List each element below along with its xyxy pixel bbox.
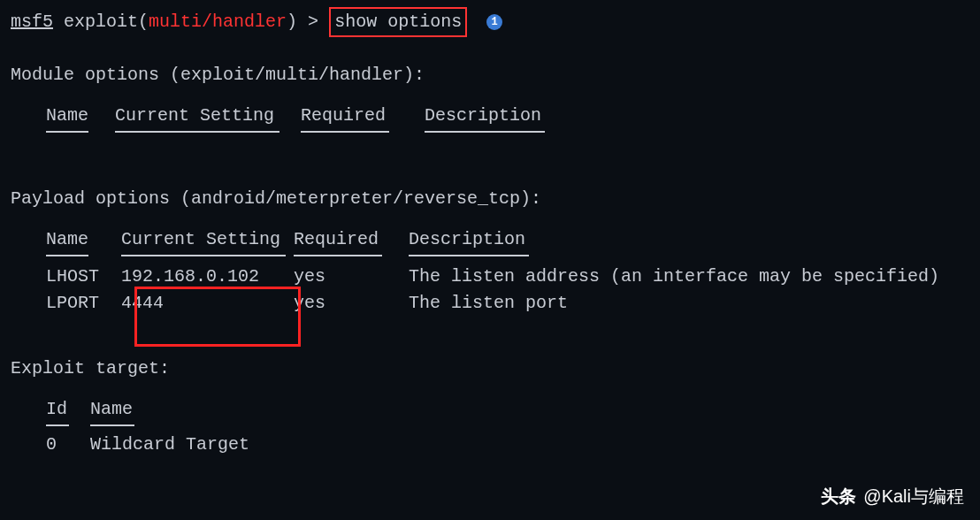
cell-setting: 4444 xyxy=(121,290,294,317)
annotation-badge-icon: 1 xyxy=(486,14,502,30)
cell-name: LHOST xyxy=(46,264,121,290)
col-header-name: Name xyxy=(90,396,969,423)
watermark-handle: @Kali与编程 xyxy=(863,483,964,509)
col-header-required: Required xyxy=(294,226,409,253)
payload-options-title: Payload options (android/meterpreter/rev… xyxy=(11,186,969,212)
cell-required: yes xyxy=(294,290,409,317)
col-header-description: Description xyxy=(409,226,969,253)
cell-required: yes xyxy=(294,264,409,290)
cell-setting: 192.168.0.102 xyxy=(121,264,294,290)
command-input-box[interactable]: show options xyxy=(329,7,467,37)
exploit-target-table: Id Name 0 Wildcard Target xyxy=(11,396,969,458)
col-header-setting: Current Setting xyxy=(121,226,294,253)
table-row: LPORT 4444 yes The listen port xyxy=(46,290,969,317)
col-header-name: Name xyxy=(46,226,121,253)
prompt-line[interactable]: msf5 exploit(multi/handler) > show optio… xyxy=(11,7,969,37)
prompt-exploit-label: exploit(multi/handler) xyxy=(64,11,308,32)
watermark-brand-icon: 头条 xyxy=(821,483,856,509)
exploit-target-title: Exploit target: xyxy=(11,356,969,382)
module-options-table: Name Current Setting Required Descriptio… xyxy=(11,103,969,133)
table-row: LHOST 192.168.0.102 yes The listen addre… xyxy=(46,264,969,290)
col-header-required: Required xyxy=(301,103,407,129)
col-header-name: Name xyxy=(46,103,97,129)
module-options-title: Module options (exploit/multi/handler): xyxy=(11,62,969,88)
table-row: 0 Wildcard Target xyxy=(46,432,969,458)
col-header-description: Description xyxy=(425,103,557,129)
watermark: 头条 @Kali与编程 xyxy=(821,483,964,509)
col-header-id: Id xyxy=(46,396,90,423)
cell-id: 0 xyxy=(46,432,90,458)
cell-name: LPORT xyxy=(46,290,121,317)
cell-description: The listen port xyxy=(409,290,969,317)
cell-name: Wildcard Target xyxy=(90,432,969,458)
cell-description: The listen address (an interface may be … xyxy=(409,264,969,290)
col-header-setting: Current Setting xyxy=(115,103,283,129)
payload-options-table: Name Current Setting Required Descriptio… xyxy=(11,226,969,317)
prompt-symbol: > xyxy=(308,11,318,32)
prompt-prefix: msf5 xyxy=(11,11,53,32)
module-path: multi/handler xyxy=(149,11,287,32)
